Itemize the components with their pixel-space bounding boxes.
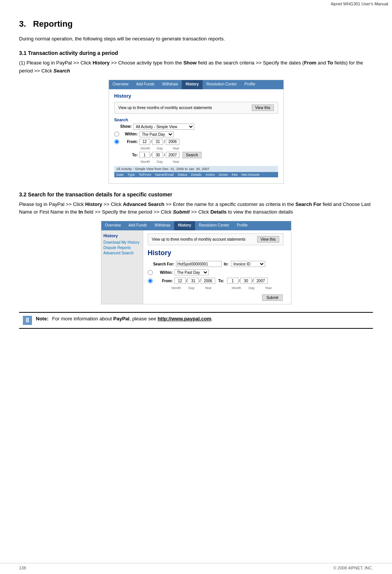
paypal-nav-1: Overview Add Funds Withdraw History Reso…	[109, 80, 283, 89]
pp2-within-select[interactable]: The Past Day	[174, 269, 209, 275]
view-this-btn-2[interactable]: View this	[257, 236, 279, 243]
intro-paragraph: During normal operation, the following s…	[19, 36, 373, 42]
col-action: Action	[205, 173, 215, 177]
screenshot-2: Overview Add Funds Withdraw History Reso…	[101, 221, 291, 304]
note-section: 8 Note: For more information about PayPa…	[19, 312, 373, 329]
pp2-to-month[interactable]	[227, 278, 238, 284]
sidebar-link-advanced[interactable]: Advanced Search	[104, 251, 141, 255]
to-year-input[interactable]	[166, 152, 179, 158]
within-radio[interactable]	[114, 132, 119, 137]
sidebar-link-download[interactable]: Download My History	[104, 240, 141, 244]
search-label-1: Search	[114, 117, 278, 122]
from-label: From:	[120, 140, 139, 144]
monthly-statements-1: View up to three months of monthly accou…	[114, 102, 278, 114]
from-month-input[interactable]	[139, 139, 150, 145]
nav2-history[interactable]: History	[174, 221, 195, 230]
pp2-from-year[interactable]	[201, 278, 215, 284]
from-date-fields: / /	[139, 139, 180, 145]
copyright: © 2008 4IPNET, INC.	[333, 566, 373, 570]
from-radio[interactable]	[114, 139, 119, 144]
section-name: Reporting	[33, 19, 73, 29]
pp2-from-month-label: Month	[171, 286, 182, 290]
pp2-body: View up to three months of monthly accou…	[143, 230, 291, 304]
in-select[interactable]: Invoice ID	[231, 261, 265, 267]
sidebar-link-dispute[interactable]: Dispute Reports	[104, 246, 141, 250]
pp2-monthly-header: View up to three months of monthly accou…	[148, 233, 286, 245]
history-title-2: History	[148, 249, 286, 257]
nav2-withdraw[interactable]: Withdraw	[151, 221, 174, 230]
nav-add-funds[interactable]: Add Funds	[132, 80, 158, 89]
col-type: Type	[128, 173, 135, 177]
search-for-label: Search For:	[148, 262, 174, 266]
note-number: 8	[23, 316, 32, 325]
col-fee: Fee	[232, 173, 238, 177]
from-day-input[interactable]	[152, 139, 163, 145]
pp2-within-radio[interactable]	[148, 270, 153, 275]
col-gross: Gross	[219, 173, 228, 177]
subsection-3-2-text: Please log in PayPal >> Click History >>…	[19, 201, 373, 217]
search-btn-1[interactable]: Search	[182, 152, 202, 158]
nav-withdraw[interactable]: Withdraw	[158, 80, 182, 89]
history-title-1: History	[114, 93, 278, 99]
section-title: 3. Reporting	[19, 19, 373, 29]
nav2-resolution[interactable]: Resolution Center	[195, 221, 233, 230]
pp2-from-label: From:	[154, 279, 173, 283]
to-day-label: Day	[155, 160, 165, 164]
pp2-from-day-label: Day	[186, 286, 197, 290]
subsection-3-1-text: (1) Please log in PayPal >> Click Histor…	[19, 59, 373, 75]
submit-btn[interactable]: Submit	[262, 294, 282, 301]
pp2-from-radio[interactable]	[148, 278, 153, 283]
from-year-input[interactable]	[166, 139, 179, 145]
from-year-label: Year	[169, 146, 183, 150]
monthly-text-2: View up to three months of monthly accou…	[152, 237, 246, 241]
col-date: Date	[117, 173, 124, 177]
nav2-profile[interactable]: Profile	[233, 221, 251, 230]
nav-profile[interactable]: Profile	[241, 80, 259, 89]
view-this-btn-1[interactable]: View this	[252, 105, 274, 111]
note-label: Note:	[36, 316, 48, 322]
pp2-to-year[interactable]	[253, 278, 268, 284]
page-number: 138	[19, 566, 26, 570]
in-label: In:	[224, 262, 229, 266]
results-header-1: All Activity - Simple View from Dec. 31,…	[114, 166, 278, 172]
from-month-label: Month	[140, 146, 151, 150]
show-label: Show:	[114, 124, 133, 129]
to-month-input[interactable]	[139, 152, 150, 158]
pp2-to-year-label: Year	[261, 286, 276, 290]
nav-history[interactable]: History	[182, 80, 202, 89]
to-date-fields: / / Search	[139, 152, 202, 158]
subsection-3-2-title: 3.2 Search for the transaction details f…	[19, 191, 373, 198]
pp2-to-label: To:	[218, 279, 224, 283]
from-section: From: / / Month Day	[114, 139, 278, 150]
from-date-labels: Month Day Year	[140, 146, 278, 150]
nav-overview[interactable]: Overview	[109, 80, 133, 89]
sidebar-title: History	[104, 233, 141, 238]
to-year-label: Year	[169, 160, 183, 164]
nav2-add-funds[interactable]: Add Funds	[125, 221, 150, 230]
pp2-to-day[interactable]	[240, 278, 252, 284]
from-row: From: / /	[114, 139, 278, 145]
to-section: To: / / Search Month Day	[114, 152, 278, 164]
within-select[interactable]: The Past Day	[139, 131, 174, 137]
search-for-row: Search For: In: Invoice ID	[148, 261, 286, 267]
paypal-link[interactable]: http://www.paypal.com	[158, 316, 211, 322]
paypal-content-1: History View up to three months of month…	[109, 89, 283, 183]
to-row: To: / / Search	[114, 152, 278, 158]
submit-row: Submit	[148, 292, 286, 301]
section-number: 3.	[19, 19, 26, 29]
manual-header: 4ipnet WHG301 User's Manual	[327, 0, 392, 8]
to-day-input[interactable]	[152, 152, 163, 158]
pp2-date-labels: Month Day Year Month Day Year	[171, 286, 286, 290]
note-content: Note: For more information about PayPal,…	[36, 316, 213, 322]
show-select[interactable]: All Activity - Simple View	[133, 124, 194, 130]
col-netamount: Net Amount	[242, 173, 259, 177]
nav-resolution[interactable]: Resolution Center	[203, 80, 241, 89]
search-for-input[interactable]	[176, 261, 222, 267]
pp2-main-content: History Download My History Dispute Repo…	[101, 230, 291, 304]
nav2-overview[interactable]: Overview	[101, 221, 125, 230]
pp2-sidebar: History Download My History Dispute Repo…	[101, 230, 143, 304]
pp2-from-day[interactable]	[187, 278, 199, 284]
col-nameemail: Name/Email	[155, 173, 174, 177]
pp2-from-month[interactable]	[174, 278, 186, 284]
from-day-label: Day	[155, 146, 165, 150]
